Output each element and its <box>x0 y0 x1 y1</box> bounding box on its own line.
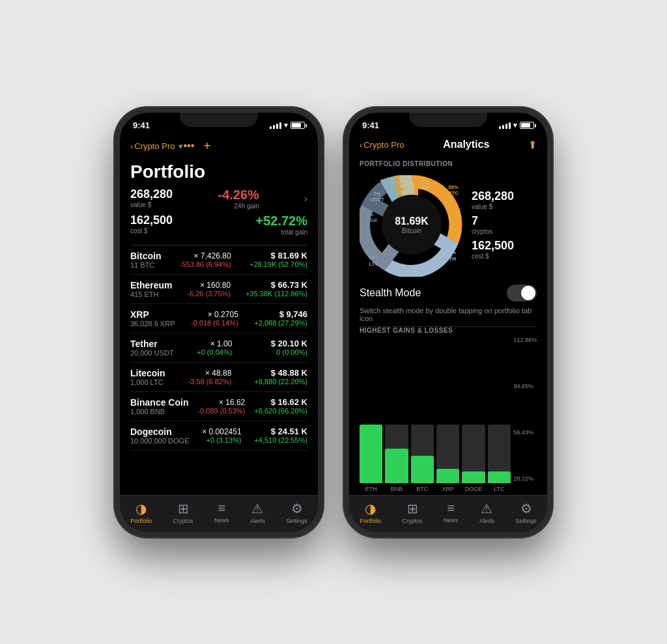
portfolio-tab-icon-right: ◑ <box>365 501 376 516</box>
nav-actions-left: ••• + <box>183 139 211 154</box>
donut-cost-stat: 162,500 cost $ <box>472 239 514 260</box>
signal-bar-1 <box>270 126 272 129</box>
alerts-tab-icon-right: ⚠ <box>481 501 492 516</box>
donut-cryptos: 7 <box>472 214 514 228</box>
left-phone: 9:41 ▾ ‹ Cry <box>115 107 323 537</box>
donut-cost-label: cost $ <box>472 253 514 260</box>
tab-label-4-right: Settings <box>515 518 537 524</box>
donut-cryptos-label: cryptos <box>472 228 514 235</box>
coin-left-5: Binance Coin 1,000 BNB <box>130 397 188 415</box>
status-time-right: 9:41 <box>362 120 379 130</box>
coin-value-3: $ 20.10 K <box>271 339 307 348</box>
coin-price-6: × 0.002451 <box>202 427 241 436</box>
coin-change-1: -6.26 (3.75%) <box>187 290 231 298</box>
coin-mid-4: × 48.88 -3.58 (6.82%) <box>188 369 232 385</box>
status-icons-left: ▾ <box>270 121 305 130</box>
coin-left-3: Tether 20,000 USDT <box>130 339 174 357</box>
coin-name-4: Litecoin <box>130 368 165 378</box>
tab-settings-left[interactable]: ⚙ Settings <box>286 501 307 524</box>
tab-label-3-left: Alerts <box>250 518 265 524</box>
coin-right-4: $ 48.88 K +8,880 (22.20%) <box>254 368 307 385</box>
more-button-left[interactable]: ••• <box>183 140 194 152</box>
news-tab-icon-right: ≡ <box>447 501 455 516</box>
alerts-tab-icon: ⚠ <box>251 501 263 516</box>
total-gain-label: total gain <box>281 229 307 236</box>
coin-gain-5: +6,620 (66.20%) <box>254 407 307 415</box>
coin-right-5: $ 16.62 K +6,620 (66.20%) <box>254 397 307 415</box>
dropdown-icon-left[interactable]: ▾ <box>178 141 183 151</box>
usdt-label: 7%USDT <box>370 191 384 203</box>
tab-news-left[interactable]: ≡ News <box>214 501 229 524</box>
coin-change-2: -0.018 (6.14%) <box>191 319 238 327</box>
coin-left-1: Ethereum 415 ETH <box>130 280 173 298</box>
coin-change-3: +0 (0.04%) <box>197 348 232 356</box>
ltc-label: 18%LTC <box>369 255 379 267</box>
right-phone: 9:41 ▾ ‹ Cry <box>344 107 552 537</box>
coin-list-item[interactable]: Binance Coin 1,000 BNB × 16.62 -0.089 (0… <box>130 392 307 421</box>
coin-list-item[interactable]: Dogecoin 10,000,000 DOGE × 0.002451 +0 (… <box>130 421 307 451</box>
tab-label-1-left: Cryptos <box>173 518 193 524</box>
gains-section: HIGHEST GAINS & LOSSES ETH BNB BTC XRP <box>349 327 547 495</box>
donut-stats: 268,280 value $ 7 cryptos 162,500 cost $ <box>472 189 514 260</box>
bar-fill-4 <box>462 471 485 483</box>
signal-bars-right <box>499 122 511 129</box>
signal-bars-left <box>270 122 281 129</box>
nav-back-label-left[interactable]: Crypto Pro <box>134 141 175 151</box>
donut-section: 30%BTC 25%ETH 18%LTC 9%DOGE 7%USDT 6%BNB… <box>349 170 547 279</box>
coin-list-item[interactable]: Tether 20,000 USDT × 1.00 +0 (0.04%) $ 2… <box>130 333 307 363</box>
bar-label-1: BNB <box>391 486 403 492</box>
battery-fill-left <box>292 123 301 128</box>
nav-back-left[interactable]: ‹ Crypto Pro ▾ <box>130 141 183 151</box>
bar-fill-1 <box>385 449 408 483</box>
bar-container-5 <box>488 425 511 483</box>
coin-price-3: × 1.00 <box>210 339 233 348</box>
tab-label-2-right: News <box>444 517 459 524</box>
bar-fill-5 <box>488 471 511 483</box>
wifi-icon-left: ▾ <box>284 121 288 130</box>
tab-cryptos-left[interactable]: ⊞ Cryptos <box>173 501 193 524</box>
stealth-toggle[interactable] <box>507 285 537 301</box>
coin-change-5: -0.089 (0.53%) <box>198 407 246 415</box>
nav-bar-left: ‹ Crypto Pro ▾ ••• + <box>120 136 318 159</box>
nav-back-label-right[interactable]: Crypto Pro <box>363 140 404 150</box>
gain-24h-value: -4.26% <box>218 188 259 203</box>
signal-bar-r1 <box>499 126 501 129</box>
phone-inner-right: 9:41 ▾ ‹ Cry <box>349 113 547 532</box>
stats-arrow: › <box>304 193 307 204</box>
share-button[interactable]: ⬆ <box>528 139 537 151</box>
coin-name-5: Binance Coin <box>130 397 188 408</box>
portfolio-title: Portfolio <box>130 161 307 182</box>
tab-news-right[interactable]: ≡ News <box>444 501 459 524</box>
coin-value-6: $ 24.51 K <box>271 427 307 436</box>
coin-list-item[interactable]: Ethereum 415 ETH × 160.80 -6.26 (3.75%) … <box>130 275 307 304</box>
coin-gain-3: 0 (0.00%) <box>276 348 307 356</box>
tab-settings-right[interactable]: ⚙ Settings <box>515 501 537 524</box>
coin-change-4: -3.58 (6.82%) <box>188 378 232 385</box>
tab-alerts-right[interactable]: ⚠ Alerts <box>479 501 494 524</box>
coin-name-1: Ethereum <box>130 280 173 290</box>
coin-price-4: × 48.88 <box>205 369 231 378</box>
bar-fill-2 <box>411 456 434 483</box>
tab-cryptos-right[interactable]: ⊞ Cryptos <box>403 501 423 524</box>
coin-amount-0: 11 BTC <box>130 261 161 269</box>
add-button-left[interactable]: + <box>203 139 211 154</box>
coin-change-6: +0 (3.13%) <box>206 436 242 444</box>
coin-list-item[interactable]: Litecoin 1,000 LTC × 48.88 -3.58 (6.82%)… <box>130 363 307 392</box>
bar-container-4 <box>462 425 485 483</box>
gains-label: HIGHEST GAINS & LOSSES <box>360 327 537 334</box>
coin-value-4: $ 48.88 K <box>271 368 307 378</box>
nav-back-right[interactable]: ‹ Crypto Pro <box>360 140 404 150</box>
coin-list-item[interactable]: XRP 36,028.6 XRP × 0.2705 -0.018 (6.14%)… <box>130 304 307 333</box>
coin-list-item[interactable]: Bitcoin 11 BTC × 7,426.80 -553.86 (6.94%… <box>130 245 307 275</box>
distribution-label: PORTFOLIO DISTRIBUTION <box>349 156 547 170</box>
tab-portfolio-left[interactable]: ◑ Portfolio <box>130 501 152 524</box>
tab-alerts-left[interactable]: ⚠ Alerts <box>250 501 265 524</box>
total-gain-stat: +52.72% total gain <box>255 214 307 236</box>
coin-value-2: $ 9,746 <box>279 309 307 319</box>
donut-chart: 30%BTC 25%ETH 18%LTC 9%DOGE 7%USDT 6%BNB… <box>360 173 464 277</box>
bar-label-4: DOGE <box>465 486 483 492</box>
app-container: 9:41 ▾ ‹ Cry <box>89 81 578 563</box>
tab-portfolio-right[interactable]: ◑ Portfolio <box>360 501 381 524</box>
coin-gain-0: +28.19K (52.70%) <box>249 260 307 268</box>
tab-label-2-left: News <box>214 517 229 524</box>
